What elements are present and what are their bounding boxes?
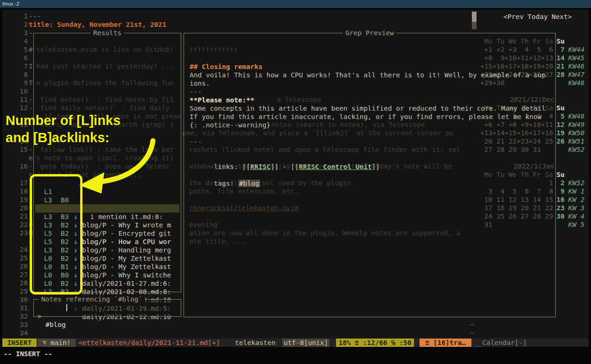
annotation-line-1: Number of [L]inks: [6, 112, 121, 129]
calendar-week-number: KW50: [568, 129, 585, 137]
dim-fragment: -: [29, 162, 33, 170]
preview-window: Grep Preview ## Closing remarks And voil…: [184, 33, 556, 317]
preview-title: Grep Preview: [343, 29, 397, 37]
preview-divider: ---: [190, 138, 202, 146]
calendar-prev-button[interactable]: <Prev: [503, 13, 524, 21]
preview-line: If you find this article inaccurate, lac…: [190, 113, 542, 121]
dim-fragment: e: [29, 154, 33, 162]
preview-divider: ---: [190, 88, 202, 96]
scrollbar-track: [472, 22, 477, 29]
results-title: Results: [90, 29, 124, 37]
annotation-highlight-box: [30, 174, 83, 295]
tilde-marker: ~: [470, 320, 474, 329]
dim-fragment: #: [29, 45, 33, 54]
links-suffix: ]]: [372, 163, 380, 170]
links-prefix: links: [[: [214, 163, 250, 170]
preview-tags-line: tags: #blog: [190, 171, 260, 196]
calendar-week-number: KW 4: [568, 212, 585, 220]
calendar-week-number: KW44: [568, 45, 585, 54]
preview-line-bold: **Please note:**: [190, 96, 254, 104]
mode-indicator: INSERT: [2, 339, 37, 347]
buffer-line-yaml-end: -: [29, 29, 33, 37]
preview-line: {: .notice--warning}: [190, 121, 271, 129]
prompt-title: Notes referencing `#blog`: [38, 295, 145, 303]
calendar-week-number: KW46: [568, 62, 585, 70]
calendar-week-number: KW48: [568, 79, 585, 87]
prompt-input[interactable]: > #blog 13 / 13: [34, 304, 181, 312]
preview-line: ions.: [190, 79, 210, 88]
dim-fragment: I: [29, 62, 33, 70]
buffer-line-title: title: Sunday, November 21st, 2021: [29, 20, 166, 29]
calendar-week-number: KW 2: [568, 195, 585, 204]
calendar-week-number: KW47: [568, 70, 585, 79]
prompt-query: #blog: [45, 320, 66, 329]
prompt-window: Notes referencing `#blog` > #blog 13 / 1…: [33, 299, 181, 317]
calendar-next-button[interactable]: Next>: [552, 13, 572, 21]
calendar-week-number: KW51: [568, 137, 585, 145]
preview-line: And voila! This is how a CPU works! That…: [190, 71, 546, 79]
calendar-week-number: KW48: [568, 112, 585, 120]
calendar-week-number: KW52: [568, 145, 585, 154]
warning-indicator: ≡ [16]tra…: [419, 339, 471, 347]
tmux-title-bar: tmux -2: [0, 0, 591, 8]
git-branch: ⌥ main!: [38, 339, 76, 347]
calendar-week-number: KW52: [568, 179, 585, 187]
calendar-today-button[interactable]: Today: [527, 13, 548, 21]
encoding-indicator: utf-8[unix]: [282, 339, 330, 347]
calendar-week-number: KW49: [568, 120, 585, 129]
command-line-mode: -- INSERT --: [4, 350, 52, 358]
statusbar: INSERT ⌥ main! <ettelkasten/daily/2021-1…: [2, 339, 589, 347]
line-number-gutter: 1 2 3 4 5 6 7 8 9 10 11 12 13 14 15 16 1…: [11, 12, 28, 337]
scrollbar-thumb[interactable]: [472, 12, 477, 22]
tags-prefix: tags:: [214, 180, 238, 187]
wiki-link-rrisc-control-unit[interactable]: RRISC Control Unit: [299, 163, 372, 170]
dim-fragment: -: [29, 104, 33, 112]
calendar-statusline: __Calendar[-]: [474, 339, 527, 347]
dim-fragment: T: [29, 79, 33, 87]
position-indicator: 18% ≡ :12/66 ℅ :50: [336, 339, 414, 347]
preview-heading: ## Closing remarks: [190, 63, 262, 71]
buffer-line-yaml-start: ---: [29, 12, 41, 20]
calendar-week-number: KW 5: [568, 220, 585, 229]
terminal-screen: tmux -2 1 2 3 4 5 6 7 8 9 10 11 12 13 14…: [0, 0, 591, 364]
calendar-week-number: KW45: [568, 54, 585, 62]
wiki-link-rrisc[interactable]: RRISC: [250, 163, 271, 170]
dim-fragment: -: [29, 145, 33, 154]
annotation-arrow: [72, 135, 165, 195]
text-cursor: [66, 304, 67, 311]
file-path: <ettelkasten/daily/2021-11-21.md[+]: [78, 339, 220, 347]
prompt-char: >: [38, 312, 42, 320]
tag-highlight: #blog: [238, 180, 261, 187]
tilde-marker: ~: [470, 329, 474, 337]
dim-fragment: -: [29, 95, 33, 104]
preview-line: Some concepts in this article have been …: [190, 104, 546, 113]
calendar-week-number: KW 1: [568, 187, 585, 195]
tmux-title: tmux -2: [0, 1, 19, 6]
links-mid: ]] - [[: [271, 163, 299, 170]
calendar-week-number: KW 3: [568, 204, 585, 212]
plugin-name: telekasten: [235, 339, 275, 347]
